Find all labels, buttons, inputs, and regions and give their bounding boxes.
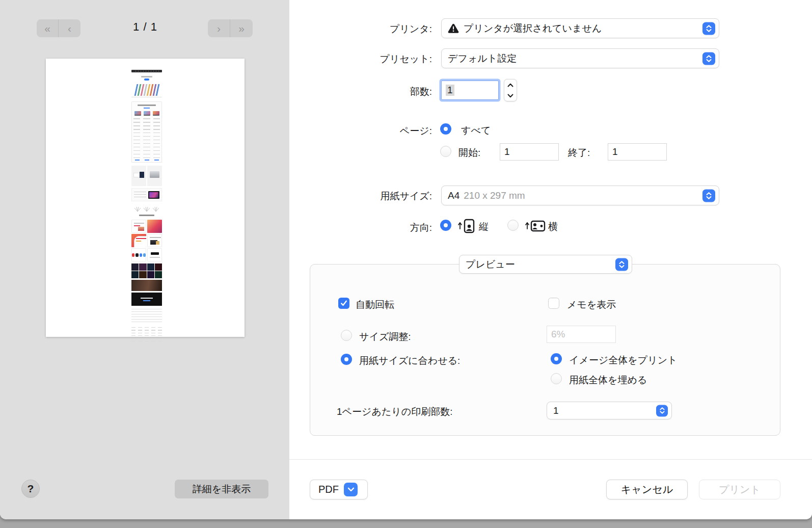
scale-to-fit-radio[interactable] bbox=[341, 354, 352, 365]
pages-all-label[interactable]: すべて bbox=[461, 124, 491, 137]
show-notes-checkbox[interactable] bbox=[548, 298, 559, 309]
scale-radio[interactable] bbox=[341, 330, 352, 341]
dropdown-stepper-icon bbox=[656, 405, 668, 416]
auto-rotate-label[interactable]: 自動回転 bbox=[356, 298, 394, 311]
copies-per-page-select[interactable]: 1 bbox=[547, 402, 672, 419]
print-entire-image-radio[interactable] bbox=[551, 353, 562, 364]
paper-size-label: 用紙サイズ: bbox=[289, 190, 432, 203]
options-pane-select[interactable]: プレビュー bbox=[459, 255, 632, 274]
page-nav-back-group: « ‹ bbox=[37, 19, 80, 37]
copies-per-page-label: 1ページあたりの印刷部数: bbox=[337, 405, 453, 418]
fill-entire-paper-label[interactable]: 用紙全体を埋める bbox=[569, 374, 647, 387]
printer-value: プリンタが選択されていません bbox=[464, 22, 602, 35]
landscape-label[interactable]: 横 bbox=[548, 220, 558, 233]
pages-range-radio[interactable] bbox=[440, 146, 451, 157]
paper-size-select[interactable]: A4 210 x 297 mm bbox=[441, 186, 719, 205]
print-button[interactable]: プリント bbox=[699, 480, 780, 499]
pages-from-value: 1 bbox=[504, 146, 510, 157]
thumb-imac-row bbox=[131, 82, 162, 97]
presets-label: プリセット: bbox=[289, 52, 432, 66]
portrait-label[interactable]: 縦 bbox=[479, 220, 489, 233]
orientation-portrait-radio[interactable] bbox=[440, 220, 451, 231]
pages-to-label: 終了: bbox=[568, 146, 590, 160]
copies-stepper-down[interactable] bbox=[504, 90, 517, 101]
landscape-orientation-icon bbox=[525, 218, 547, 233]
cancel-button[interactable]: キャンセル bbox=[606, 480, 688, 499]
paper-size-dimensions: 210 x 297 mm bbox=[464, 190, 525, 201]
page-preview bbox=[46, 59, 245, 337]
options-pane-value: プレビュー bbox=[466, 258, 515, 271]
print-entire-image-label[interactable]: イメージ全体をプリント bbox=[569, 354, 678, 367]
pages-all-radio[interactable] bbox=[440, 123, 451, 135]
portrait-orientation-icon bbox=[457, 218, 478, 233]
print-options-pane: プリンタ: プリンタが選択されていません プリセット: デフォルト設定 部数: … bbox=[289, 0, 812, 519]
scale-value: 6% bbox=[551, 329, 565, 340]
scale-to-fit-label[interactable]: 用紙サイズに合わせる: bbox=[359, 354, 460, 367]
page-nav-forward-group: › » bbox=[208, 19, 253, 37]
auto-rotate-checkbox[interactable] bbox=[338, 298, 349, 309]
pages-label: ページ: bbox=[289, 124, 432, 138]
copies-value: 1 bbox=[446, 85, 454, 96]
dropdown-stepper-icon bbox=[702, 52, 715, 65]
warning-icon bbox=[448, 23, 459, 33]
page-indicator: 1 / 1 bbox=[107, 20, 183, 34]
printer-label: プリンタ: bbox=[289, 22, 432, 36]
pages-to-input[interactable]: 1 bbox=[608, 143, 667, 161]
scale-input: 6% bbox=[547, 326, 616, 343]
previous-page-button[interactable]: ‹ bbox=[59, 19, 80, 37]
help-button[interactable]: ? bbox=[21, 480, 40, 498]
first-page-button[interactable]: « bbox=[37, 19, 59, 37]
dropdown-stepper-icon bbox=[702, 22, 715, 35]
print-dialog: « ‹ 1 / 1 › » bbox=[0, 0, 812, 519]
pdf-menu-button[interactable]: PDF bbox=[310, 480, 368, 499]
presets-value: デフォルト設定 bbox=[448, 52, 517, 65]
thumb-navbar bbox=[131, 70, 162, 72]
pdf-label: PDF bbox=[318, 484, 339, 495]
copies-input[interactable]: 1 bbox=[441, 81, 499, 100]
dropdown-stepper-icon bbox=[615, 258, 628, 271]
footer-divider bbox=[289, 459, 812, 460]
webpage-thumbnail bbox=[131, 70, 162, 341]
preview-options-panel: プレビュー 自動回転 メモを表示 サイズ調整: 6% 用紙サイズに合わせる: イ… bbox=[310, 264, 780, 436]
orientation-label: 方向: bbox=[289, 221, 432, 234]
scale-label[interactable]: サイズ調整: bbox=[359, 330, 411, 344]
orientation-landscape-radio[interactable] bbox=[507, 220, 519, 231]
pages-from-input[interactable]: 1 bbox=[500, 143, 559, 161]
copies-stepper-up[interactable] bbox=[504, 80, 517, 90]
dropdown-stepper-icon bbox=[702, 189, 715, 202]
chevron-down-icon bbox=[344, 483, 358, 496]
show-notes-label[interactable]: メモを表示 bbox=[567, 298, 616, 311]
fill-entire-paper-radio[interactable] bbox=[551, 373, 562, 384]
pages-to-value: 1 bbox=[612, 146, 618, 157]
printer-select[interactable]: プリンタが選択されていません bbox=[441, 18, 719, 38]
copies-per-page-value: 1 bbox=[553, 405, 559, 416]
preview-pane: « ‹ 1 / 1 › » bbox=[0, 0, 289, 519]
copies-stepper bbox=[504, 79, 517, 101]
presets-select[interactable]: デフォルト設定 bbox=[441, 48, 719, 68]
pages-from-label: 開始: bbox=[458, 146, 480, 160]
paper-size-value: A4 bbox=[448, 190, 459, 201]
thumb-compare-table bbox=[131, 101, 162, 163]
last-page-button[interactable]: » bbox=[230, 19, 253, 37]
next-page-button[interactable]: › bbox=[208, 19, 230, 37]
hide-details-button[interactable]: 詳細を非表示 bbox=[175, 480, 268, 498]
copies-label: 部数: bbox=[289, 85, 432, 98]
